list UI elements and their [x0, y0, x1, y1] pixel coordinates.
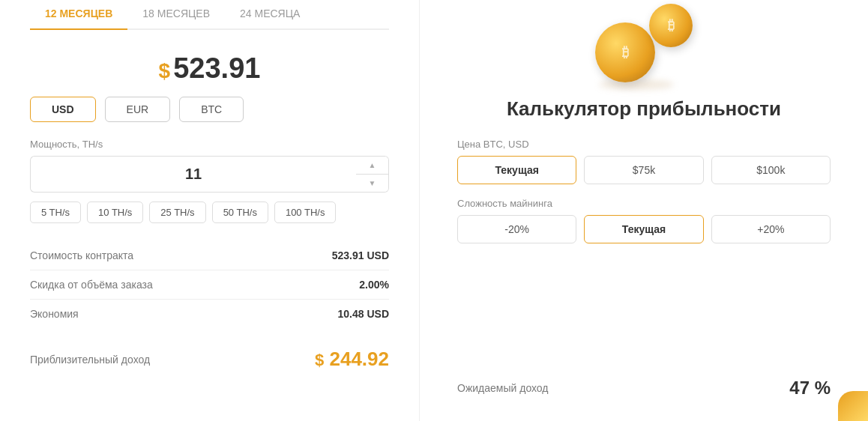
- contract-cost-row: Стоимость контракта 523.91 USD: [30, 244, 389, 267]
- expected-income-label: Ожидаемый доход: [457, 382, 549, 394]
- coin-small: ₿: [649, 4, 693, 47]
- btc-current-button[interactable]: Текущая: [457, 156, 576, 184]
- coins-image: ₿ ₿: [584, 0, 704, 90]
- tab-12-months[interactable]: 12 МЕСЯЦЕВ: [30, 0, 127, 28]
- expected-income-value: 47 %: [789, 378, 831, 399]
- approx-income-row: Приблизительный доход $ 244.92: [30, 340, 389, 371]
- discount-value: 2.00%: [359, 279, 389, 291]
- preset-5-button[interactable]: 5 TH/s: [30, 202, 81, 223]
- preset-10-button[interactable]: 10 TH/s: [87, 202, 143, 223]
- difficulty-label: Сложность майнинга: [457, 198, 831, 209]
- savings-value: 10.48 USD: [338, 308, 389, 320]
- tabs-row: 12 МЕСЯЦЕВ 18 МЕСЯЦЕВ 24 МЕСЯЦА: [30, 0, 389, 30]
- difficulty-plus20-button[interactable]: +20%: [711, 215, 831, 243]
- savings-row: Экономия 10.48 USD: [30, 303, 389, 325]
- contract-cost-value: 523.91 USD: [332, 249, 389, 261]
- currency-usd-button[interactable]: USD: [30, 97, 96, 122]
- power-spinner: ▲ ▼: [356, 156, 389, 193]
- discount-row: Скидка от объёма заказа 2.00%: [30, 273, 389, 296]
- btc-price-label: Цена BTC, USD: [457, 139, 831, 150]
- difficulty-current-button[interactable]: Текущая: [584, 215, 703, 243]
- right-panel: ₿ ₿ Калькулятор прибыльности Цена BTC, U…: [420, 0, 868, 421]
- difficulty-minus20-button[interactable]: -20%: [457, 215, 576, 243]
- discount-label: Скидка от объёма заказа: [30, 279, 153, 291]
- btc-100k-button[interactable]: $100k: [711, 156, 831, 184]
- price-display: $523.91: [30, 52, 389, 85]
- approx-income-value: $ 244.92: [315, 348, 389, 371]
- preset-25-button[interactable]: 25 TH/s: [149, 202, 205, 223]
- difficulty-buttons: -20% Текущая +20%: [457, 215, 831, 243]
- price-currency-symbol: $: [159, 59, 171, 82]
- power-field-label: Мощность, TH/s: [30, 139, 389, 150]
- preset-100-button[interactable]: 100 TH/s: [274, 202, 337, 223]
- calculator-title: Калькулятор прибыльности: [507, 97, 781, 121]
- approx-income-number: 244.92: [329, 348, 389, 370]
- coin-large: ₿: [595, 22, 655, 82]
- price-value: 523.91: [173, 52, 260, 84]
- info-rows: Стоимость контракта 523.91 USD Скидка от…: [30, 244, 389, 325]
- spinner-down-button[interactable]: ▼: [356, 175, 388, 192]
- power-input[interactable]: [30, 156, 356, 193]
- tab-18-months[interactable]: 18 МЕСЯЦЕВ: [127, 0, 225, 28]
- btc-price-buttons: Текущая $75k $100k: [457, 156, 831, 184]
- expected-income-row: Ожидаемый доход 47 %: [457, 366, 831, 399]
- gold-corner-decoration: [838, 391, 868, 421]
- savings-label: Экономия: [30, 308, 79, 320]
- currency-buttons-row: USD EUR BTC: [30, 97, 389, 122]
- currency-btc-button[interactable]: BTC: [179, 97, 244, 122]
- tab-24-months[interactable]: 24 МЕСЯЦА: [225, 0, 315, 28]
- approx-income-label: Приблизительный доход: [30, 354, 150, 366]
- contract-cost-label: Стоимость контракта: [30, 249, 133, 261]
- preset-buttons-row: 5 TH/s 10 TH/s 25 TH/s 50 TH/s 100 TH/s: [30, 202, 389, 223]
- approx-dollar-sign: $: [315, 351, 324, 369]
- currency-eur-button[interactable]: EUR: [105, 97, 171, 122]
- preset-50-button[interactable]: 50 TH/s: [212, 202, 268, 223]
- btc-75k-button[interactable]: $75k: [584, 156, 703, 184]
- spinner-up-button[interactable]: ▲: [356, 157, 388, 175]
- power-input-row: ▲ ▼: [30, 156, 389, 193]
- left-panel: 12 МЕСЯЦЕВ 18 МЕСЯЦЕВ 24 МЕСЯЦА $523.91 …: [0, 0, 420, 421]
- coin-shadow: [599, 79, 674, 90]
